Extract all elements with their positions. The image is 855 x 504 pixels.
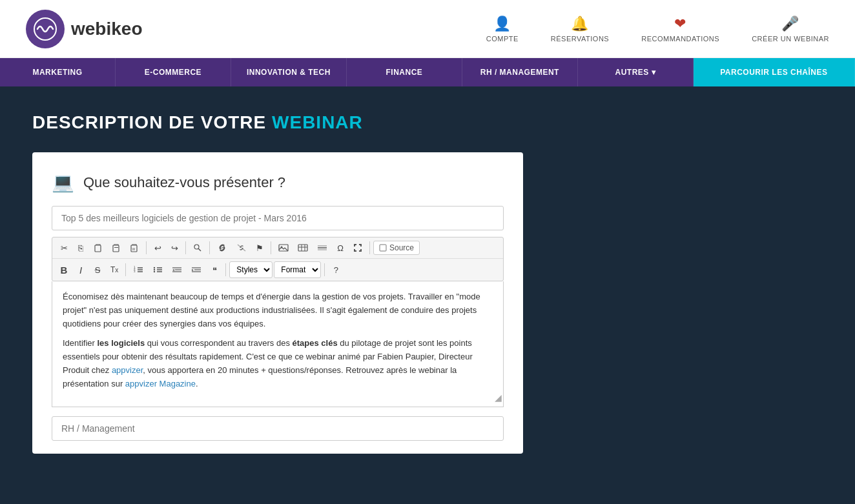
clear-format-button[interactable]: Tx bbox=[107, 262, 122, 277]
logo-text: webikeo bbox=[71, 19, 142, 39]
cat-ecommerce[interactable]: E-COMMERCE bbox=[116, 58, 231, 86]
undo-button[interactable]: ↩ bbox=[150, 240, 165, 256]
appvizer-link-2[interactable]: appvizer Magazine bbox=[125, 379, 196, 388]
webinar-title-input[interactable] bbox=[52, 206, 504, 230]
paste-text-button[interactable] bbox=[108, 240, 125, 256]
cat-innovation[interactable]: INNOVATION & TECH bbox=[231, 58, 347, 86]
appvizer-link-1[interactable]: appvizer bbox=[112, 365, 143, 375]
category-input[interactable] bbox=[52, 416, 504, 441]
sep-8 bbox=[324, 263, 325, 276]
mic-icon: 🎤 bbox=[781, 15, 799, 32]
header-nav: 👤 COMPTE 🔔 RÉSERVATIONS ❤ RECOMMANDATION… bbox=[486, 15, 829, 43]
cat-marketing[interactable]: MARKETING bbox=[0, 58, 116, 86]
styles-select[interactable]: Styles bbox=[229, 261, 273, 278]
ordered-list-button[interactable]: 123 bbox=[129, 262, 147, 277]
main-card: 💻 Que souhaitez-vous présenter ? ✂ ⎘ W bbox=[32, 152, 523, 454]
svg-line-7 bbox=[198, 248, 201, 251]
site-header: webikeo 👤 COMPTE 🔔 RÉSERVATIONS ❤ RECOMM… bbox=[0, 0, 855, 58]
redo-button[interactable]: ↪ bbox=[167, 240, 182, 256]
toolbar-row-2: B I S Tx 123 ❝ S bbox=[52, 259, 503, 281]
nav-reservations[interactable]: 🔔 RÉSERVATIONS bbox=[551, 15, 609, 43]
unlink-button[interactable] bbox=[232, 240, 251, 256]
editor-content-area[interactable]: Économisez dès maintenant beaucoup de te… bbox=[52, 281, 504, 407]
cat-finance[interactable]: FINANCE bbox=[347, 58, 462, 86]
section-header: 💻 Que souhaitez-vous présenter ? bbox=[52, 172, 504, 193]
svg-text:W: W bbox=[132, 247, 136, 251]
editor-toolbar: ✂ ⎘ W ↩ ↪ bbox=[52, 237, 504, 281]
resize-handle[interactable]: ◢ bbox=[495, 390, 502, 405]
outdent-button[interactable] bbox=[168, 262, 186, 277]
svg-line-8 bbox=[221, 248, 223, 248]
svg-point-28 bbox=[154, 271, 155, 272]
section-question: Que souhaitez-vous présenter ? bbox=[83, 174, 285, 191]
logo-area: webikeo bbox=[26, 10, 486, 48]
format-select[interactable]: Format bbox=[274, 261, 321, 278]
svg-text:3: 3 bbox=[134, 270, 136, 273]
svg-point-27 bbox=[154, 269, 155, 270]
table-button[interactable] bbox=[294, 240, 312, 256]
image-button[interactable] bbox=[274, 240, 293, 256]
anchor-button[interactable]: ⚑ bbox=[252, 240, 267, 256]
svg-point-6 bbox=[194, 245, 199, 249]
page-content: DESCRIPTION DE VOTRE WEBINAR 💻 Que souha… bbox=[0, 86, 855, 479]
find-button[interactable] bbox=[189, 240, 206, 256]
strikethrough-button[interactable]: S bbox=[90, 262, 105, 277]
nav-compte[interactable]: 👤 COMPTE bbox=[486, 15, 519, 43]
help-button[interactable]: ? bbox=[328, 262, 344, 277]
sep-4 bbox=[271, 241, 271, 254]
category-nav: MARKETING E-COMMERCE INNOVATION & TECH F… bbox=[0, 58, 855, 86]
unordered-list-button[interactable] bbox=[149, 262, 167, 277]
link-button[interactable] bbox=[213, 240, 231, 256]
svg-line-9 bbox=[238, 245, 245, 251]
sep-3 bbox=[209, 241, 210, 254]
svg-rect-12 bbox=[298, 245, 307, 251]
cat-autres[interactable]: AUTRES ▾ bbox=[578, 58, 694, 86]
bell-icon: 🔔 bbox=[571, 15, 589, 32]
bold-button[interactable]: B bbox=[56, 262, 72, 277]
cat-rh[interactable]: RH / MANAGEMENT bbox=[462, 58, 578, 86]
copy-button[interactable]: ⎘ bbox=[73, 240, 88, 256]
nav-creer-webinar[interactable]: 🎤 CRÉER UN WEBINAR bbox=[752, 15, 829, 43]
indent-button[interactable] bbox=[187, 262, 205, 277]
paste-word-button[interactable]: W bbox=[126, 240, 143, 256]
svg-point-26 bbox=[154, 267, 155, 268]
italic-button[interactable]: I bbox=[73, 262, 88, 277]
sep-2 bbox=[185, 241, 186, 254]
svg-rect-1 bbox=[95, 245, 101, 252]
blockquote-button[interactable]: ❝ bbox=[207, 262, 222, 277]
svg-rect-19 bbox=[380, 245, 386, 251]
logo-icon[interactable] bbox=[26, 10, 65, 48]
cut-button[interactable]: ✂ bbox=[56, 240, 72, 256]
sep-7 bbox=[225, 263, 226, 276]
nav-recommandations[interactable]: ❤ RECOMMANDATIONS bbox=[641, 15, 719, 43]
hr-button[interactable] bbox=[313, 240, 331, 256]
fullscreen-button[interactable] bbox=[349, 240, 366, 256]
toolbar-row-1: ✂ ⎘ W ↩ ↪ bbox=[52, 237, 503, 259]
heart-icon: ❤ bbox=[674, 15, 686, 32]
sep-5 bbox=[369, 241, 370, 254]
content-paragraph-1: Économisez dès maintenant beaucoup de te… bbox=[63, 290, 493, 330]
special-char-button[interactable]: Ω bbox=[333, 240, 348, 256]
paste-button[interactable] bbox=[90, 240, 107, 256]
svg-rect-2 bbox=[113, 245, 119, 252]
sep-1 bbox=[146, 241, 147, 254]
source-button[interactable]: Source bbox=[373, 241, 420, 255]
person-icon: 👤 bbox=[493, 15, 511, 32]
content-paragraph-2: Identifier les logiciels qui vous corres… bbox=[63, 337, 493, 390]
monitor-icon: 💻 bbox=[52, 172, 74, 193]
sep-6 bbox=[125, 263, 126, 276]
cat-parcourir[interactable]: PARCOURIR LES CHAÎNES bbox=[694, 58, 855, 86]
page-title: DESCRIPTION DE VOTRE WEBINAR bbox=[32, 112, 823, 133]
